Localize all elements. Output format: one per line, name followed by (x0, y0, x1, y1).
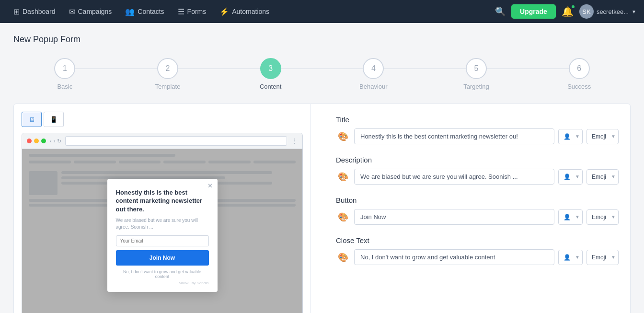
field-title-label: Title (336, 116, 619, 124)
close-font-select[interactable]: 👤 (558, 250, 583, 265)
btn-font-select[interactable]: 👤 (558, 209, 583, 225)
preview-panel: 🖥 📱 ‹ › ↻ (14, 104, 311, 313)
step-content-label: Content (260, 83, 282, 90)
mobile-icon: 📱 (50, 116, 58, 123)
close-text-input[interactable] (354, 249, 554, 265)
step-success-label: Success (567, 83, 591, 90)
nav-right: 🔍 Upgrade 🔔 SK secretkee... ▼ (495, 4, 636, 19)
popup-join-button[interactable]: Join Now (116, 250, 209, 266)
browser-mockup: ‹ › ↻ ⋮ (22, 133, 303, 313)
user-name: secretkee... (597, 8, 629, 15)
page-title: New Popup Form (13, 35, 631, 45)
step-basic[interactable]: 1 Basic (13, 58, 116, 90)
form-panel: Title 🎨 👤 ▼ Emoji ▼ (324, 104, 630, 313)
steps-wizard: 1 Basic 2 Template 3 Content 4 Behaviour… (13, 58, 631, 90)
description-input[interactable] (354, 169, 554, 185)
step-targeting[interactable]: 5 Targeting (425, 58, 528, 90)
paint-icon-button[interactable]: 🎨 (336, 210, 350, 224)
refresh-icon: ↻ (57, 138, 61, 144)
view-toggles: 🖥 📱 (22, 112, 303, 127)
button-input[interactable] (354, 209, 554, 225)
step-content-circle: 3 (260, 58, 281, 79)
field-group-button: Button 🎨 👤 ▼ Emoji ▼ (336, 196, 619, 225)
popup-title: Honestly this is the best content market… (116, 188, 209, 214)
field-close-row: 🎨 👤 ▼ Emoji ▼ (336, 249, 619, 265)
dot-red (27, 139, 32, 143)
nav-forms-label: Forms (187, 8, 207, 15)
popup-brand: Mailw · by Sendin (116, 281, 209, 285)
desc-emoji-select[interactable]: Emoji (586, 169, 619, 185)
notifications-bell[interactable]: 🔔 (562, 6, 574, 17)
title-emoji-select-wrap: Emoji ▼ (586, 129, 619, 144)
step-success-circle: 6 (569, 58, 590, 79)
title-input[interactable] (354, 128, 554, 144)
navbar: ⊞ Dashboard ✉ Campaigns 👥 Contacts ☰ For… (0, 0, 644, 23)
field-group-title: Title 🎨 👤 ▼ Emoji ▼ (336, 116, 619, 144)
browser-bar: ‹ › ↻ ⋮ (22, 133, 302, 149)
field-close-label: Close Text (336, 236, 619, 244)
search-icon[interactable]: 🔍 (495, 6, 506, 17)
title-font-select-wrap: 👤 ▼ (558, 129, 583, 144)
nav-dashboard-label: Dashboard (23, 8, 56, 15)
btn-emoji-select-wrap: Emoji ▼ (586, 209, 619, 225)
paint-icon-description[interactable]: 🎨 (336, 170, 350, 184)
step-template-circle: 2 (157, 58, 178, 79)
nav-automations[interactable]: ⚡ Automations (214, 4, 275, 19)
field-description-label: Description (336, 156, 619, 164)
contacts-icon: 👥 (125, 7, 135, 16)
forms-icon: ☰ (178, 7, 184, 16)
upgrade-button[interactable]: Upgrade (511, 4, 556, 19)
title-emoji-select[interactable]: Emoji (586, 129, 619, 144)
close-emoji-select[interactable]: Emoji (586, 250, 619, 265)
step-template[interactable]: 2 Template (116, 58, 219, 90)
desc-font-select-wrap: 👤 ▼ (558, 169, 583, 185)
paint-icon-close[interactable]: 🎨 (336, 250, 350, 265)
popup-box: ✕ Honestly this is the best content mark… (107, 179, 218, 292)
back-icon: ‹ (50, 138, 52, 144)
nav-contacts[interactable]: 👥 Contacts (119, 4, 170, 19)
page-content: New Popup Form 1 Basic 2 Template 3 Cont… (0, 23, 644, 313)
step-template-label: Template (155, 83, 181, 90)
mobile-view-button[interactable]: 📱 (44, 112, 64, 127)
paint-icon-title[interactable]: 🎨 (336, 129, 350, 144)
field-button-row: 🎨 👤 ▼ Emoji ▼ (336, 209, 619, 225)
desc-font-select[interactable]: 👤 (558, 169, 583, 185)
nav-forms[interactable]: ☰ Forms (172, 4, 212, 19)
browser-dots (27, 139, 46, 143)
popup-close-button[interactable]: ✕ (207, 182, 213, 189)
step-targeting-label: Targeting (463, 83, 489, 90)
step-success[interactable]: 6 Success (528, 58, 631, 90)
desc-emoji-select-wrap: Emoji ▼ (586, 169, 619, 185)
forward-icon: › (54, 138, 56, 144)
step-behaviour[interactable]: 4 Behaviour (322, 58, 425, 90)
field-group-description: Description 🎨 👤 ▼ Emoji ▼ (336, 156, 619, 185)
popup-decline-text: No, I don't want to grow and get valuabl… (116, 269, 209, 279)
step-behaviour-label: Behaviour (359, 83, 388, 90)
field-group-close-text: Close Text 🎨 👤 ▼ Emoji ▼ (336, 236, 619, 265)
btn-emoji-select[interactable]: Emoji (586, 209, 619, 225)
avatar: SK (579, 4, 594, 19)
btn-font-select-wrap: 👤 ▼ (558, 209, 583, 225)
nav-automations-label: Automations (232, 8, 269, 15)
desktop-icon: 🖥 (29, 116, 35, 123)
nav-dashboard[interactable]: ⊞ Dashboard (8, 4, 61, 19)
nav-campaigns-label: Campaigns (78, 8, 112, 15)
campaigns-icon: ✉ (69, 7, 75, 16)
field-description-row: 🎨 👤 ▼ Emoji ▼ (336, 169, 619, 185)
popup-description: We are biased but we are sure you will a… (116, 217, 209, 231)
browser-url-bar (65, 136, 287, 146)
step-basic-circle: 1 (54, 58, 75, 79)
user-menu[interactable]: SK secretkee... ▼ (579, 4, 636, 19)
field-button-label: Button (336, 196, 619, 204)
nav-campaigns[interactable]: ✉ Campaigns (63, 4, 118, 19)
browser-more-icon: ⋮ (291, 137, 298, 145)
nav-contacts-label: Contacts (138, 8, 164, 15)
popup-email-input[interactable] (116, 235, 209, 246)
desktop-view-button[interactable]: 🖥 (22, 112, 42, 127)
dot-yellow (34, 139, 39, 143)
step-content[interactable]: 3 Content (219, 58, 322, 90)
browser-nav-buttons: ‹ › ↻ (50, 138, 61, 144)
title-font-select[interactable]: 👤 (558, 129, 583, 144)
close-emoji-select-wrap: Emoji ▼ (586, 250, 619, 265)
dot-green (41, 139, 46, 143)
